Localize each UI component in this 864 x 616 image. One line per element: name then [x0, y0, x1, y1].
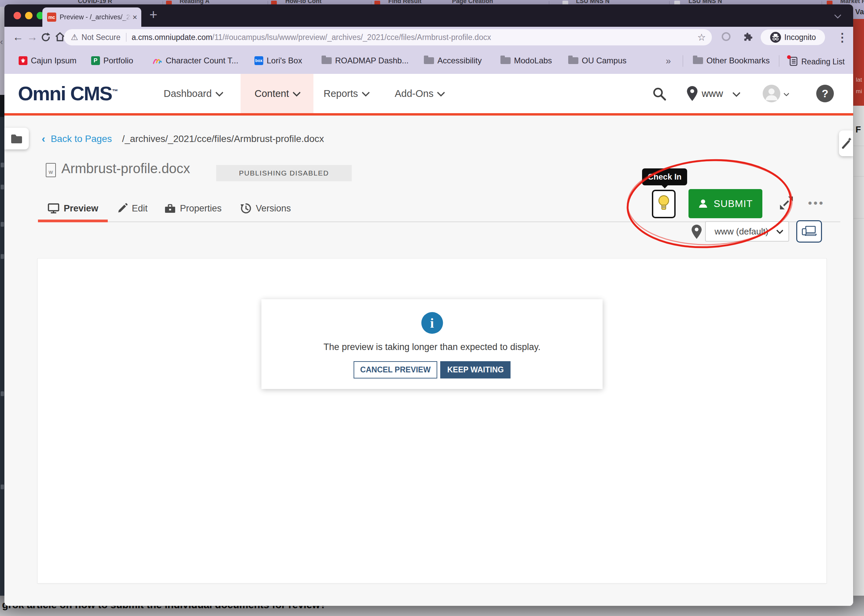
incognito-label: Incognito — [784, 33, 816, 42]
cancel-preview-button[interactable]: CANCEL PREVIEW — [353, 361, 437, 379]
bookmark-star-icon[interactable]: ☆ — [697, 32, 706, 43]
bookmark-label: Other Bookmarks — [707, 56, 770, 65]
folder-icon — [424, 57, 434, 64]
tab-edit[interactable]: Edit — [117, 201, 148, 216]
reload-icon[interactable] — [40, 32, 51, 43]
forward-icon[interactable]: → — [27, 31, 38, 43]
history-icon — [240, 203, 252, 214]
nav-label: Reports — [324, 88, 358, 99]
background-tab: How-to Cont — [285, 0, 322, 5]
pages-flyout-tab[interactable] — [5, 128, 29, 149]
folder-icon — [568, 57, 578, 64]
search-icon[interactable] — [652, 87, 666, 101]
sidebar-fragment-icon — [1, 185, 4, 189]
site-chevron-icon[interactable] — [732, 89, 740, 97]
bookmark-label: Reading List — [801, 57, 845, 66]
bookmark-item[interactable]: box Lori's Box — [254, 56, 302, 65]
select-chevron-icon — [776, 227, 783, 234]
portfolio-icon: P — [91, 56, 100, 65]
bookmark-folder-item[interactable]: ModoLabs — [500, 56, 552, 65]
site-label[interactable]: www — [702, 88, 723, 99]
bookmark-folder-item[interactable]: Accessibility — [424, 56, 482, 65]
submit-button[interactable]: SUBMIT — [688, 189, 762, 218]
nav-dashboard[interactable]: Dashboard — [163, 74, 222, 113]
new-tab-button[interactable]: + — [149, 7, 157, 22]
help-icon[interactable]: ? — [816, 85, 834, 102]
chevron-down-icon — [292, 88, 300, 97]
tab-preview[interactable]: Preview — [47, 201, 98, 216]
sidebar-fragment-icon — [1, 391, 4, 396]
sync-icon[interactable] — [722, 32, 730, 41]
not-secure-warning-icon[interactable]: ⚠ — [71, 33, 78, 42]
bookmarks-overflow-button[interactable]: » — [666, 56, 671, 66]
browser-toolbar: ← → ⚠ Not Secure a.cms.omniupdate.com/11… — [5, 27, 853, 48]
background-right-sliver: Va lat mi F — [853, 7, 864, 616]
bookmarks-divider — [683, 55, 683, 67]
site-select[interactable]: www (default) — [705, 221, 789, 242]
bookmark-label: Lori's Box — [267, 56, 302, 65]
sidebar-fragment-icon — [1, 484, 4, 489]
tab-versions[interactable]: Versions — [240, 201, 291, 216]
background-tab: Reading A — [179, 0, 209, 5]
window-minimize-button[interactable] — [25, 12, 33, 19]
gadgets-flyout-tab[interactable] — [839, 130, 853, 156]
url-text[interactable]: a.cms.omniupdate.com/11/#oucampus/lsu/ww… — [132, 33, 693, 42]
browser-window: mc Preview - /_archives/_2021/cce × + ← … — [5, 5, 853, 606]
folder-icon — [500, 57, 511, 64]
device-preview-button[interactable] — [796, 220, 822, 243]
dialog-buttons: CANCEL PREVIEW KEEP WAITING — [353, 361, 511, 379]
avatar[interactable] — [763, 85, 780, 102]
background-tab: Page Creation — [452, 0, 493, 5]
bookmark-folder-item[interactable]: OU Campus — [568, 56, 627, 65]
publishing-disabled-badge: PUBLISHING DISABLED — [216, 165, 352, 181]
menu-kebab-icon[interactable]: ⋮ — [837, 30, 848, 44]
nav-label: Content — [254, 88, 289, 99]
account-chevron-icon[interactable] — [784, 91, 789, 97]
cajun-ipsum-icon: ⚜ — [19, 56, 27, 65]
url-domain: a.cms.omniupdate.com — [132, 33, 212, 42]
reading-list-button[interactable]: Reading List — [789, 56, 845, 68]
toolbox-icon — [164, 203, 176, 214]
browser-tabstrip: mc Preview - /_archives/_2021/cce × + — [5, 5, 853, 27]
row-divider — [853, 146, 864, 146]
location-pin-icon[interactable] — [687, 86, 697, 101]
monitor-icon — [47, 203, 60, 214]
background-right-rows: F — [853, 106, 864, 616]
browser-tab-active[interactable]: mc Preview - /_archives/_2021/cce × — [42, 8, 141, 27]
nav-addons[interactable]: Add-Ons — [395, 74, 444, 113]
background-right-red-band: lat mi — [853, 19, 864, 106]
bookmark-item[interactable]: ⚜ Cajun Ipsum — [19, 56, 77, 65]
more-actions-ellipsis-icon[interactable]: ••• — [808, 197, 825, 209]
extensions-puzzle-icon[interactable] — [743, 32, 753, 42]
back-to-pages-link[interactable]: Back to Pages — [51, 134, 112, 145]
desktop: COVID-19 R Reading A How-to Cont Find Re… — [0, 0, 864, 616]
url-path: /11/#oucampus/lsu/www/preview/_archives/… — [212, 33, 491, 42]
window-close-button[interactable] — [14, 12, 21, 19]
sidebar-fragment-icon — [1, 254, 4, 259]
back-chevron-icon[interactable]: ‹ — [42, 132, 46, 145]
nav-reports[interactable]: Reports — [324, 74, 369, 113]
other-bookmarks-button[interactable]: Other Bookmarks — [693, 56, 770, 65]
bookmark-item[interactable]: P Portfolio — [91, 56, 133, 65]
back-icon[interactable]: ← — [13, 31, 24, 43]
bookmark-folder-item[interactable]: ROADMAP Dashb... — [322, 56, 408, 65]
background-text-fragment: mi — [856, 88, 862, 95]
address-bar[interactable]: ⚠ Not Secure a.cms.omniupdate.com/11/#ou… — [64, 29, 712, 46]
background-text-fragment: Va — [855, 8, 864, 16]
site-pin-icon — [691, 225, 702, 239]
keep-waiting-button[interactable]: KEEP WAITING — [440, 361, 511, 379]
bookmark-item[interactable]: Character Count T... — [152, 56, 238, 65]
dialog-message: The preview is taking longer than expect… — [324, 342, 540, 352]
checkin-lightbulb-button[interactable] — [652, 190, 675, 218]
page-title: Armbrust-profile.docx — [61, 161, 190, 176]
tab-search-chevron-icon[interactable] — [834, 11, 841, 19]
tab-close-icon[interactable]: × — [132, 13, 137, 22]
nav-content[interactable]: Content — [240, 74, 313, 113]
tab-properties[interactable]: Properties — [164, 201, 221, 216]
breadcrumb: ‹ Back to Pages /_archives/_2021/cce/fil… — [42, 132, 324, 145]
background-left-sliver: ‹ — [0, 7, 5, 616]
expand-icon[interactable] — [778, 195, 795, 211]
word-doc-icon: w — [46, 163, 56, 177]
nav-label: Dashboard — [163, 88, 212, 99]
submit-label: SUBMIT — [713, 198, 753, 209]
